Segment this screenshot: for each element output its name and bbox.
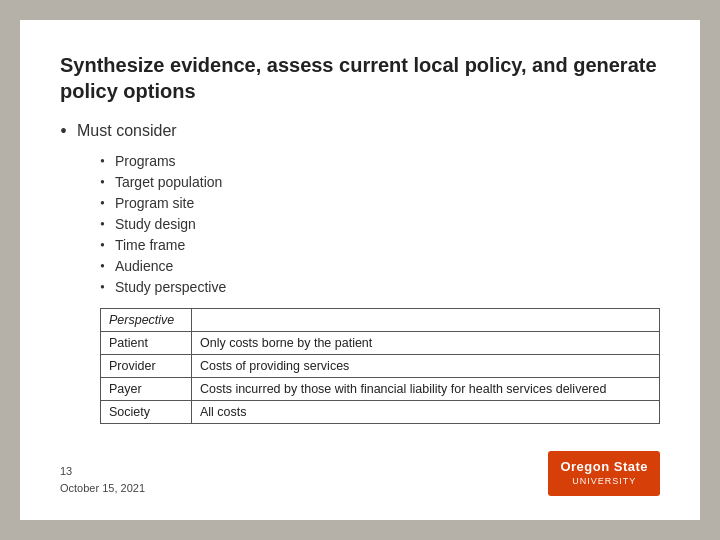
footer-info: 13 October 15, 2021 (60, 463, 145, 496)
sub-bullet-text: Study design (115, 216, 196, 232)
table-row: Payer Costs incurred by those with finan… (101, 378, 660, 401)
sub-bullet-text: Study perspective (115, 279, 226, 295)
perspective-table: Perspective Patient Only costs borne by … (100, 308, 660, 424)
osu-logo-line2: University (560, 476, 648, 488)
sub-bullet-dot: • (100, 196, 105, 212)
osu-logo: Oregon State University (548, 451, 660, 496)
sub-bullet-dot: • (100, 154, 105, 170)
list-item: • Program site (100, 195, 660, 212)
list-item: • Audience (100, 258, 660, 275)
main-bullet-dot: • (60, 120, 67, 143)
osu-logo-line1: Oregon State (560, 459, 648, 476)
sub-bullet-text: Time frame (115, 237, 185, 253)
table-row: Society All costs (101, 401, 660, 424)
sub-bullet-text: Programs (115, 153, 176, 169)
list-item: • Study perspective (100, 279, 660, 296)
footer-date: October 15, 2021 (60, 480, 145, 497)
slide: Synthesize evidence, assess current loca… (20, 20, 700, 520)
list-item: • Time frame (100, 237, 660, 254)
table-cell-perspective: Society (101, 401, 192, 424)
list-item: • Target population (100, 174, 660, 191)
table-cell-perspective: Payer (101, 378, 192, 401)
page-number: 13 (60, 463, 145, 480)
table-cell-perspective: Provider (101, 355, 192, 378)
sub-bullet-dot: • (100, 280, 105, 296)
sub-bullets-list: • Programs • Target population • Program… (100, 153, 660, 300)
sub-bullet-dot: • (100, 259, 105, 275)
table-cell-description: Only costs borne by the patient (191, 332, 659, 355)
sub-bullet-text: Target population (115, 174, 222, 190)
sub-bullet-text: Program site (115, 195, 194, 211)
list-item: • Study design (100, 216, 660, 233)
table-row: Patient Only costs borne by the patient (101, 332, 660, 355)
table-header-col1: Perspective (101, 309, 192, 332)
table-header-col2 (191, 309, 659, 332)
table-row: Provider Costs of providing services (101, 355, 660, 378)
table-cell-description: Costs incurred by those with financial l… (191, 378, 659, 401)
sub-bullet-dot: • (100, 238, 105, 254)
table-cell-description: All costs (191, 401, 659, 424)
sub-bullet-dot: • (100, 175, 105, 191)
sub-bullet-text: Audience (115, 258, 173, 274)
main-bullet-text: Must consider (77, 122, 177, 140)
main-bullet: • Must consider (60, 122, 660, 143)
sub-bullet-dot: • (100, 217, 105, 233)
footer: 13 October 15, 2021 Oregon State Univers… (60, 443, 660, 496)
slide-title: Synthesize evidence, assess current loca… (60, 52, 660, 104)
list-item: • Programs (100, 153, 660, 170)
table-cell-perspective: Patient (101, 332, 192, 355)
table-cell-description: Costs of providing services (191, 355, 659, 378)
